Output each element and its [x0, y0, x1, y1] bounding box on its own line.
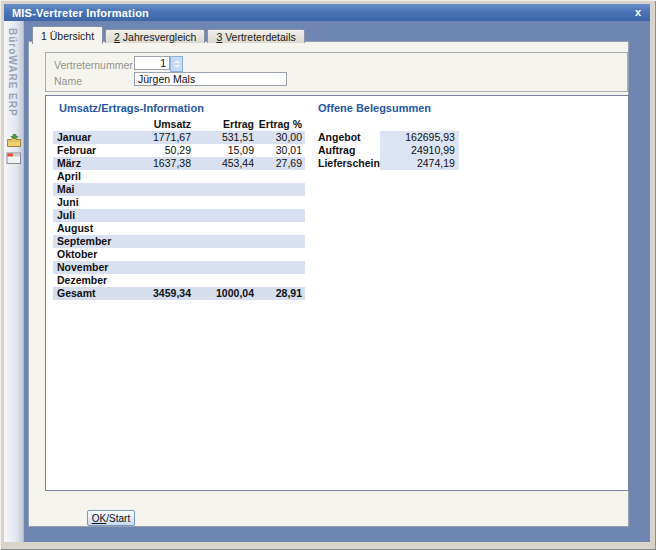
window-titlebar: MIS-Vertreter Information x — [4, 4, 650, 21]
umsatz-row-8: August — [53, 222, 305, 235]
umsatz-row-1-ertrag-cell: 531,51 — [194, 131, 257, 144]
umsatz-row-6-month-cell: Juni — [53, 196, 139, 209]
info-panel: Umsatz/Ertrags-Information Offene Belegs… — [45, 95, 629, 491]
umsatz-row-5: Mai — [53, 183, 305, 196]
umsatz-row-11-ertrag-pct-cell — [257, 261, 305, 274]
umsatz-row-9-umsatz-cell — [139, 235, 194, 248]
umsatz-row-12-ertrag-pct-cell — [257, 274, 305, 287]
umsatz-table-body: Januar1771,67531,5130,00Februar50,2915,0… — [53, 131, 305, 300]
beleg-label-cell: Auftrag — [318, 144, 380, 157]
ok-start-button[interactable]: OK/Start — [87, 510, 135, 526]
umsatz-row-7-ertrag-pct-cell — [257, 209, 305, 222]
form-groupbox: Vertreternummer Name — [45, 52, 628, 92]
beleg-value-cell: 24910,99 — [380, 144, 459, 157]
umsatz-table: Umsatz Ertrag Ertrag % Januar1771,67531,… — [53, 118, 305, 300]
name-input[interactable] — [134, 72, 287, 86]
brand-vertical-text: BüroWARE ERP — [7, 28, 18, 117]
umsatz-row-total-umsatz-cell: 3459,34 — [139, 287, 194, 300]
umsatz-row-11: November — [53, 261, 305, 274]
umsatz-row-1-umsatz-cell: 1771,67 — [139, 131, 194, 144]
umsatz-row-5-ertrag-cell — [194, 183, 257, 196]
spinner-button[interactable] — [170, 56, 183, 72]
umsatz-row-12: Dezember — [53, 274, 305, 287]
beleg-section-title: Offene Belegsummen — [318, 102, 431, 114]
vertreternummer-input[interactable] — [134, 56, 170, 70]
vertreternummer-label: Vertreternummer — [54, 59, 133, 71]
umsatz-row-10-umsatz-cell — [139, 248, 194, 261]
umsatz-header-ertrag: Ertrag — [194, 118, 257, 131]
umsatz-row-2-ertrag-pct-cell: 30,01 — [257, 144, 305, 157]
beleg-row-2: Auftrag24910,99 — [318, 144, 459, 157]
umsatz-row-3-ertrag-pct-cell: 27,69 — [257, 157, 305, 170]
umsatz-header-month — [53, 118, 139, 131]
tab-bar: 1 Übersicht2 Jahresvergleich3 Vertreterd… — [32, 26, 307, 43]
umsatz-row-4-month-cell: April — [53, 170, 139, 183]
umsatz-row-11-ertrag-cell — [194, 261, 257, 274]
left-rail: BüroWARE ERP — [4, 21, 24, 542]
umsatz-row-2-umsatz-cell: 50,29 — [139, 144, 194, 157]
tab-2[interactable]: 2 Jahresvergleich — [105, 29, 205, 43]
umsatz-row-2-ertrag-cell: 15,09 — [194, 144, 257, 157]
umsatz-row-8-month-cell: August — [53, 222, 139, 235]
client-area: BüroWARE ERP 1 Übersicht2 Jahresvergleic… — [4, 21, 650, 542]
spinner-up-icon — [174, 60, 180, 63]
beleg-label-cell: Angebot — [318, 131, 380, 144]
umsatz-row-6-umsatz-cell — [139, 196, 194, 209]
umsatz-row-6: Juni — [53, 196, 305, 209]
umsatz-row-5-month-cell: Mai — [53, 183, 139, 196]
umsatz-row-7-ertrag-cell — [194, 209, 257, 222]
umsatz-row-4-umsatz-cell — [139, 170, 194, 183]
umsatz-row-12-umsatz-cell — [139, 274, 194, 287]
umsatz-row-7: Juli — [53, 209, 305, 222]
beleg-value-cell: 162695,93 — [380, 131, 459, 144]
umsatz-row-6-ertrag-cell — [194, 196, 257, 209]
tab-page-uebersicht: Vertreternummer Name Umsatz/Ertrags-Info… — [28, 41, 629, 527]
umsatz-row-9-month-cell: September — [53, 235, 139, 248]
umsatz-row-11-umsatz-cell — [139, 261, 194, 274]
umsatz-row-6-ertrag-pct-cell — [257, 196, 305, 209]
window-title: MIS-Vertreter Information — [4, 7, 149, 19]
tab-1[interactable]: 1 Übersicht — [32, 26, 103, 44]
umsatz-header-ertrag-pct: Ertrag % — [257, 118, 305, 131]
open-folder-icon[interactable] — [6, 134, 22, 148]
close-button[interactable]: x — [635, 5, 641, 20]
umsatz-row-7-umsatz-cell — [139, 209, 194, 222]
umsatz-row-total-month-cell: Gesamt — [53, 287, 139, 300]
umsatz-row-4-ertrag-pct-cell — [257, 170, 305, 183]
umsatz-row-2-month-cell: Februar — [53, 144, 139, 157]
umsatz-header-umsatz: Umsatz — [139, 118, 194, 131]
umsatz-row-9-ertrag-cell — [194, 235, 257, 248]
umsatz-row-4: April — [53, 170, 305, 183]
umsatz-row-12-month-cell: Dezember — [53, 274, 139, 287]
umsatz-row-3-ertrag-cell: 453,44 — [194, 157, 257, 170]
umsatz-row-3-month-cell: März — [53, 157, 139, 170]
umsatz-row-5-ertrag-pct-cell — [257, 183, 305, 196]
umsatz-row-1: Januar1771,67531,5130,00 — [53, 131, 305, 144]
beleg-row-3: Lieferschein2474,19 — [318, 157, 459, 170]
umsatz-row-8-ertrag-cell — [194, 222, 257, 235]
umsatz-row-4-ertrag-cell — [194, 170, 257, 183]
umsatz-row-1-month-cell: Januar — [53, 131, 139, 144]
umsatz-row-9: September — [53, 235, 305, 248]
beleg-table-body: Angebot162695,93Auftrag24910,99Liefersch… — [318, 131, 459, 170]
spinner-down-icon — [174, 65, 180, 68]
umsatz-row-total-ertrag-cell: 1000,04 — [194, 287, 257, 300]
tab-3[interactable]: 3 Vertreterdetails — [207, 29, 304, 43]
umsatz-row-total-ertrag-pct-cell: 28,91 — [257, 287, 305, 300]
beleg-row-1: Angebot162695,93 — [318, 131, 459, 144]
umsatz-row-1-ertrag-pct-cell: 30,00 — [257, 131, 305, 144]
beleg-table: Angebot162695,93Auftrag24910,99Liefersch… — [318, 131, 459, 170]
umsatz-header-row: Umsatz Ertrag Ertrag % — [53, 118, 305, 131]
umsatz-row-3-umsatz-cell: 1637,38 — [139, 157, 194, 170]
umsatz-row-11-month-cell: November — [53, 261, 139, 274]
umsatz-row-9-ertrag-pct-cell — [257, 235, 305, 248]
umsatz-section-title: Umsatz/Ertrags-Information — [59, 102, 204, 114]
umsatz-row-10-ertrag-cell — [194, 248, 257, 261]
umsatz-row-12-ertrag-cell — [194, 274, 257, 287]
beleg-value-cell: 2474,19 — [380, 157, 459, 170]
umsatz-row-2: Februar50,2915,0930,01 — [53, 144, 305, 157]
umsatz-row-10-ertrag-pct-cell — [257, 248, 305, 261]
mini-window-icon[interactable] — [6, 151, 22, 165]
umsatz-row-8-ertrag-pct-cell — [257, 222, 305, 235]
umsatz-row-7-month-cell: Juli — [53, 209, 139, 222]
